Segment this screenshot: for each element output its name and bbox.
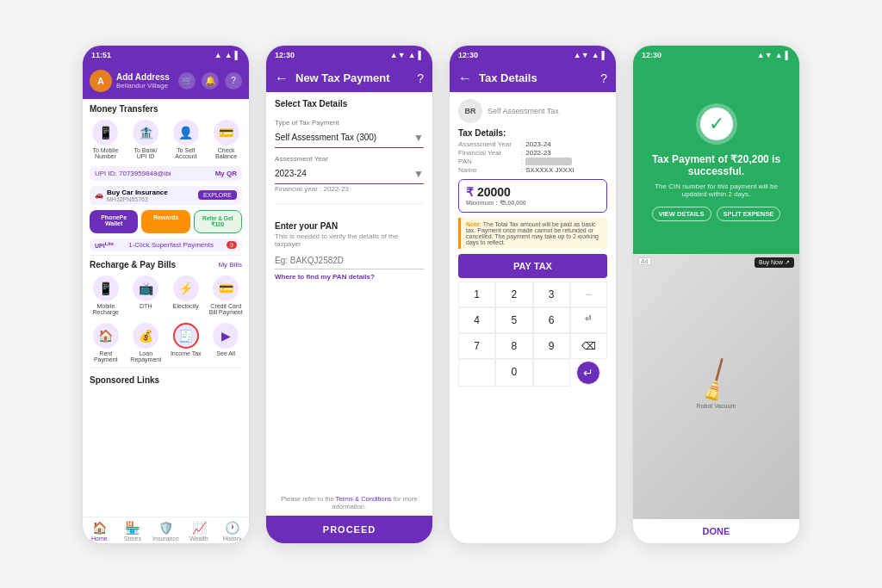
bell-icon[interactable]: 🔔 [202,72,219,90]
terms-link[interactable]: Terms & Conditions [336,495,392,503]
refer-btn[interactable]: Refer & Get ₹100 [194,210,242,233]
signal-icon: ▲ [214,51,222,59]
to-bank-item[interactable]: 🏦 To Bank/UPI ID [127,116,165,163]
ad-label: Ad [638,257,651,265]
view-details-btn[interactable]: VIEW DETAILS [652,207,711,221]
key-9[interactable]: 9 [533,333,570,359]
dth-icon: 📺 [133,275,158,301]
key-6[interactable]: 6 [533,307,570,333]
rent-item[interactable]: 🏠 RentPayment [86,319,126,366]
nav-insurance-label: Insurance [152,535,179,542]
loan-item[interactable]: 💰 LoanRepayment [127,319,166,366]
income-tax-item[interactable]: 🧾 Income Tax [166,319,206,366]
amount-box[interactable]: ₹ 20000 Maximum : ₹5,00,000 [458,179,607,213]
nav-wealth[interactable]: 📈 Wealth [183,521,216,542]
back-arrow-icon[interactable]: ← [275,71,289,86]
recharge-icons-grid: 📱 MobileRecharge 📺 DTH ⚡ Electricity 💳 C… [83,272,249,366]
assessment-year-label: Assessment Year [275,155,424,163]
key-1[interactable]: 1 [458,282,495,307]
electricity-item[interactable]: ⚡ Electricity [166,272,206,319]
tax-details-title: Tax Details: [458,128,607,138]
proceed-btn[interactable]: PROCEED [266,516,432,543]
screen2-help-icon[interactable]: ? [417,71,424,85]
cart-icon[interactable]: 🛒 [178,72,196,90]
to-self-item[interactable]: 👤 To SelfAccount [167,116,206,163]
screen3-title: Tax Details [479,71,600,84]
nav-insurance[interactable]: 🛡️ Insurance [149,521,183,542]
credit-card-icon: 💳 [213,275,239,301]
pan-input[interactable] [275,252,424,269]
split-expense-btn[interactable]: SPLIT EXPENSE [717,207,781,221]
key-enter-top[interactable]: ⏎ [570,307,607,333]
electricity-icon: ⚡ [173,275,199,301]
screen3-back-icon[interactable]: ← [458,71,472,86]
screen2-time: 12:30 [275,51,295,59]
screen2-status-bar: 12:30 ▲▼ ▲ ▌ [266,46,432,65]
assessment-year-value: 2023-24 [275,169,307,178]
pan-desc: This is needed to verify the details of … [275,232,424,248]
key-2[interactable]: 2 [495,282,532,307]
explore-btn[interactable]: EXPLORE [198,190,237,200]
screen3-status-bar: 12:30 ▲▼ ▲ ▌ [450,46,616,65]
to-bank-icon: 🏦 [133,120,158,145]
credit-card-item[interactable]: 💳 Credit CardBill Payment [207,272,246,319]
terms-text: Please refer to the Terms & Conditions f… [266,490,432,516]
car-sub: MH12PN65763 [107,196,168,202]
mobile-recharge-item[interactable]: 📱 MobileRecharge [86,272,126,319]
buy-now-tag[interactable]: Buy Now ↗ [755,257,794,268]
key-3[interactable]: 3 [533,282,570,307]
tax-type-dropdown[interactable]: Self Assessment Tax (300) ▼ [275,128,424,148]
nav-wealth-label: Wealth [189,535,208,542]
see-all-item[interactable]: ▶ See All [207,319,246,366]
nav-stores[interactable]: 🏪 Stores [116,521,150,542]
wifi4-icon: ▲ [775,51,783,59]
key-4[interactable]: 4 [458,307,495,333]
check-balance-icon: 💳 [214,120,239,145]
taxpayer-badge: BR [458,99,482,123]
done-btn[interactable]: DONE [633,519,799,543]
help-icon[interactable]: ? [225,72,242,90]
user-avatar: A [90,70,112,92]
upi-lite-text: 1-Click Superfast Payments [128,241,214,249]
pan-link[interactable]: Where to find my PAN details? [275,273,424,281]
assessment-year-dropdown[interactable]: 2023-24 ▼ [275,164,424,184]
success-subtitle: The CIN number for this payment will be … [643,183,789,198]
tax-type-value: Self Assessment Tax (300) [275,133,376,142]
rewards-btn[interactable]: Rewards [141,210,189,233]
screen4-time: 12:30 [642,51,662,59]
wifi3-icon: ▲ [592,51,599,59]
key-5[interactable]: 5 [495,307,532,333]
my-bills-btn[interactable]: My Bills [218,261,242,269]
check-balance-item[interactable]: 💳 CheckBalance [207,116,245,163]
wifi2-icon: ▲ [408,51,416,59]
key-0[interactable]: 0 [495,359,532,387]
sub-address: Bellandur Village [116,82,170,90]
checkmark-icon: ✓ [700,108,733,140]
see-all-icon: ▶ [213,323,239,349]
dth-item[interactable]: 📺 DTH [127,272,166,319]
address-label[interactable]: Add Address [116,72,170,82]
to-mobile-item[interactable]: 📱 To MobileNumber [86,116,125,163]
keypad: 1 2 3 − 4 5 6 ⏎ 7 8 9 ⌫ 0 ↵ [458,282,607,387]
key-8[interactable]: 8 [495,333,532,359]
screen3-help-icon[interactable]: ? [600,71,607,85]
key-enter-bottom[interactable]: ↵ [576,361,600,385]
nav-home[interactable]: 🏠 Home [83,521,116,542]
success-section: ✓ Tax Payment of ₹20,200 is successful. … [633,65,799,254]
upi-lite-badge: 9 [227,241,237,249]
phonepewallet-btn[interactable]: PhonePeWallet [90,210,138,233]
detail-row-3: Name : SXXXXX JXXXI [458,166,607,174]
signal2-icon: ▲▼ [390,51,406,59]
key-backspace[interactable]: ⌫ [570,333,607,359]
key-7[interactable]: 7 [458,333,495,359]
nav-history[interactable]: 🕐 History [215,521,249,542]
header-icons: 🛒 🔔 ? [178,72,242,90]
screen1-header: A Add Address Bellandur Village 🛒 🔔 ? [83,65,249,99]
my-qr-btn[interactable]: My QR [215,170,237,177]
recharge-header: Recharge & Pay Bills My Bills [83,257,249,272]
key-minus[interactable]: − [570,282,607,307]
detail-row-0: Assessment Year : 2023-24 [458,140,607,148]
success-circle: ✓ [696,103,737,145]
screen2-phone: 12:30 ▲▼ ▲ ▌ ← New Tax Payment ? Select … [265,45,433,544]
pay-tax-btn[interactable]: PAY TAX [458,254,607,278]
